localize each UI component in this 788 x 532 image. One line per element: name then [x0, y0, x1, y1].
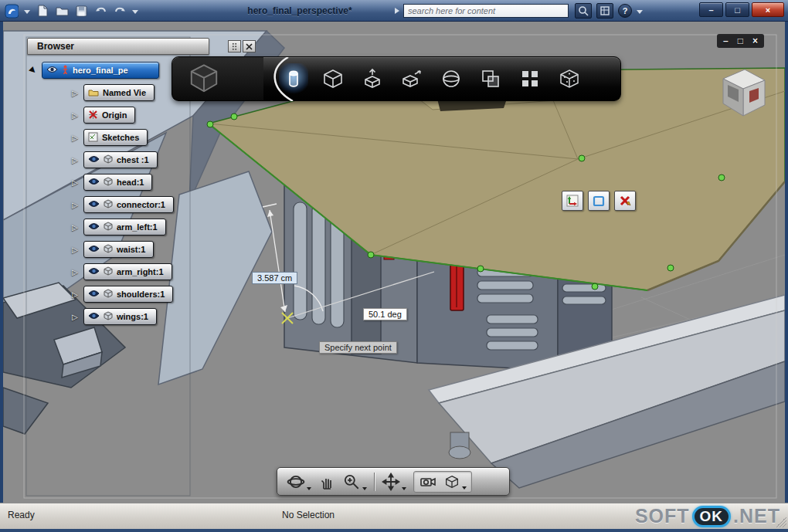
sketch-mini-toolbar	[562, 191, 636, 211]
content-library-button[interactable]	[596, 3, 613, 19]
browser-node-button[interactable]: wings:1	[83, 308, 157, 325]
move-face-tool-button[interactable]	[397, 63, 426, 94]
pattern-tool-button[interactable]	[515, 63, 545, 94]
browser-node-button[interactable]: chest :1	[83, 151, 158, 168]
expand-arrow-icon[interactable]: ▷	[72, 178, 80, 187]
collapse-arrow-icon[interactable]: ▶	[29, 65, 40, 76]
minimize-button[interactable]: –	[699, 2, 723, 17]
expand-arrow-icon[interactable]: ▷	[72, 134, 80, 142]
save-icon[interactable]	[74, 4, 88, 18]
eye-icon[interactable]	[88, 267, 100, 276]
search-box[interactable]	[403, 4, 569, 18]
expand-arrow-icon[interactable]: ▷	[72, 290, 80, 299]
eye-icon[interactable]	[88, 222, 100, 232]
move-view-tool-button[interactable]	[382, 473, 406, 491]
browser-node-root[interactable]: hero_final_pe	[42, 62, 159, 79]
orbit-dropdown-icon[interactable]	[307, 487, 311, 490]
browser-node-button[interactable]: shoulders:1	[83, 286, 173, 303]
orbit-tool-button[interactable]	[287, 473, 311, 491]
content-search-button[interactable]	[575, 3, 592, 19]
angle-dimension-input[interactable]: 50.1 deg	[363, 308, 407, 320]
pan-tool-button[interactable]	[318, 473, 335, 490]
expand-arrow-icon[interactable]: ▷	[72, 201, 80, 209]
length-dimension-input[interactable]: 3.587 cm	[252, 272, 297, 284]
doc-restore-button[interactable]: □	[738, 36, 743, 46]
zoom-tool-button[interactable]	[342, 473, 367, 491]
toolbox-menu-button[interactable]	[172, 57, 263, 100]
browser-node-button[interactable]: arm_right:1	[83, 263, 172, 280]
new-file-icon[interactable]	[36, 4, 49, 18]
zoom-dropdown-icon[interactable]	[362, 487, 367, 490]
expand-arrow-icon[interactable]: ▷	[72, 246, 80, 254]
eye-icon[interactable]	[88, 200, 100, 209]
titlebar: hero_final_perspective* ? – □ ×	[0, 0, 788, 22]
close-button[interactable]: ×	[752, 2, 784, 17]
maximize-button[interactable]: □	[725, 2, 749, 17]
viewcube[interactable]	[711, 62, 774, 128]
edit-sketch-button[interactable]	[562, 191, 583, 211]
browser-node-button[interactable]: head:1	[83, 174, 152, 191]
eye-icon[interactable]	[88, 178, 100, 187]
grip-dots-icon	[232, 42, 237, 50]
app-logo-icon[interactable]	[5, 4, 19, 18]
doc-close-button[interactable]: ×	[752, 36, 758, 46]
redo-icon[interactable]	[113, 4, 127, 18]
move-view-dropdown-icon[interactable]	[402, 487, 406, 490]
undo-icon[interactable]	[93, 4, 107, 18]
pattern-tool-icon	[518, 67, 542, 90]
main-toolbar	[172, 56, 621, 101]
expand-arrow-icon[interactable]: ▷	[72, 223, 80, 232]
material-cube-tool-icon	[558, 67, 581, 90]
eye-icon[interactable]	[88, 290, 100, 299]
help-dropdown-icon[interactable]	[637, 10, 643, 14]
tree-row: ▷ Sketches	[30, 129, 174, 146]
tree-row-root: ▶ hero_final_pe	[30, 62, 174, 79]
eye-icon[interactable]	[88, 312, 100, 321]
node-label: arm_right:1	[117, 267, 164, 276]
display-dropdown-icon[interactable]	[462, 486, 467, 490]
eye-icon[interactable]	[88, 245, 100, 254]
resize-grip[interactable]	[776, 517, 786, 527]
browser-close-button[interactable]	[243, 40, 256, 53]
search-input[interactable]	[408, 6, 564, 15]
search-expand-icon[interactable]	[395, 8, 399, 14]
cylinder-primitive-tool-button[interactable]	[279, 63, 308, 94]
eye-icon[interactable]	[46, 66, 58, 75]
browser-node-button[interactable]: Sketches	[83, 129, 148, 146]
browser-node-button[interactable]: Named Vie	[83, 84, 155, 101]
toolbar-options-dropdown-icon[interactable]	[132, 10, 138, 14]
expand-arrow-icon[interactable]: ▷	[72, 89, 80, 97]
display-style-tool-button[interactable]	[443, 473, 467, 490]
expand-arrow-icon[interactable]: ▷	[72, 111, 80, 120]
tree-row: ▷ Named Vie	[30, 84, 174, 101]
look-at-tool-button[interactable]	[419, 473, 437, 490]
expand-arrow-icon[interactable]: ▷	[72, 268, 80, 276]
open-folder-icon[interactable]	[55, 4, 69, 18]
combine-tool-button[interactable]	[476, 63, 505, 94]
browser-node-button[interactable]: waist:1	[83, 241, 154, 258]
browser-node-button[interactable]: Origin	[83, 107, 135, 124]
help-button[interactable]: ?	[618, 4, 632, 18]
watermark-badge: OK	[692, 506, 732, 527]
extrude-tool-button[interactable]	[358, 63, 387, 94]
orbit-icon	[287, 473, 305, 491]
eye-icon[interactable]	[88, 155, 100, 164]
tree-row: ▷ connector:1	[30, 196, 174, 213]
browser-node-button[interactable]: connector:1	[83, 196, 174, 213]
finish-sketch-button[interactable]	[614, 191, 636, 211]
node-label: connector:1	[117, 200, 165, 209]
expand-arrow-icon[interactable]: ▷	[72, 313, 80, 321]
material-tool-button[interactable]	[555, 63, 584, 94]
browser-node-button[interactable]: arm_left:1	[83, 219, 166, 236]
doc-minimize-button[interactable]: –	[723, 36, 729, 46]
cylinder-tool-icon	[282, 67, 305, 90]
display-cube-icon	[443, 473, 460, 490]
box-primitive-tool-button[interactable]	[318, 63, 348, 94]
revolve-tool-button[interactable]	[436, 63, 466, 94]
browser-grip-handle[interactable]	[228, 40, 241, 53]
sketch-plane-button[interactable]	[588, 191, 610, 211]
cross-arrows-icon	[382, 473, 400, 491]
expand-arrow-icon[interactable]: ▷	[72, 156, 80, 164]
app-menu-dropdown-icon[interactable]	[24, 10, 30, 14]
browser-panel-header[interactable]: Browser	[27, 38, 209, 55]
